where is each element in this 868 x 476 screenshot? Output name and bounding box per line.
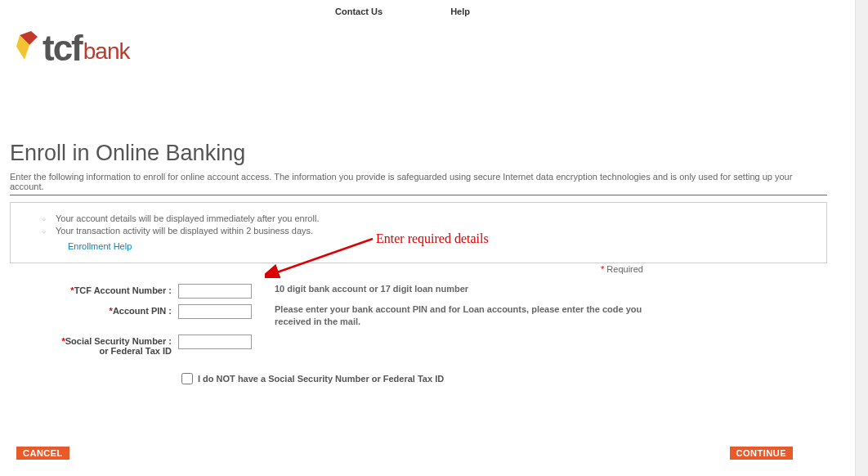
account-pin-label: *Account PIN :: [10, 303, 178, 316]
contact-us-link[interactable]: Contact Us: [335, 7, 383, 16]
logo: tcf bank: [15, 29, 130, 65]
account-number-input[interactable]: [178, 284, 252, 299]
annotation-text: Enter required details: [376, 231, 489, 246]
required-indicator: * Required: [601, 264, 643, 274]
cancel-button[interactable]: CANCEL: [16, 447, 69, 460]
continue-button[interactable]: CONTINUE: [730, 447, 793, 460]
account-number-label: *TCF Account Number :: [10, 283, 178, 295]
ssn-input[interactable]: [178, 335, 252, 349]
account-pin-input[interactable]: [178, 304, 252, 319]
enrollment-help-link[interactable]: Enrollment Help: [68, 241, 132, 251]
ssn-label: *Social Security Number : or Federal Tax…: [10, 334, 178, 356]
logo-text-tcf: tcf: [43, 32, 82, 65]
no-ssn-label: I do NOT have a Social Security Number o…: [198, 374, 444, 384]
no-ssn-checkbox[interactable]: [181, 373, 193, 384]
account-pin-hint: Please enter your bank account PIN and f…: [260, 303, 652, 329]
page-title: Enroll in Online Banking: [10, 141, 245, 166]
intro-text: Enter the following information to enrol…: [10, 172, 827, 195]
logo-text-bank: bank: [83, 41, 130, 61]
logo-icon: [15, 29, 41, 65]
info-bullet-1: Your account details will be displayed i…: [56, 213, 818, 225]
vertical-scrollbar[interactable]: [855, 0, 868, 476]
help-link[interactable]: Help: [450, 7, 470, 16]
enrollment-form: *TCF Account Number : 10 digit bank acco…: [10, 283, 827, 361]
account-number-hint: 10 digit bank account or 17 digit loan n…: [260, 283, 652, 295]
